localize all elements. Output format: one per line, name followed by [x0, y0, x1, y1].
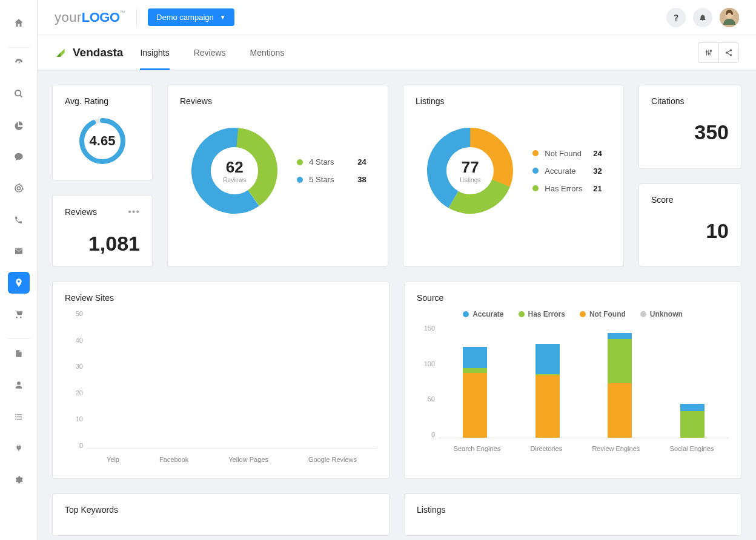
card-title: Score	[651, 195, 729, 205]
svg-point-13	[726, 51, 728, 54]
topbar: yourLOGO™ Demo campaign ▼ ?	[38, 0, 756, 35]
tab-mentions[interactable]: Mentions	[250, 35, 285, 70]
pie-chart-icon[interactable]	[8, 114, 30, 136]
reviews-value: 1,081	[65, 232, 140, 255]
tabs: Insights Reviews Mentions	[140, 35, 284, 70]
svg-line-1	[20, 95, 22, 97]
subheader: Vendasta Insights Reviews Mentions	[38, 35, 756, 70]
listings-legend: Not Found24 Accurate32 Has Errors21	[532, 149, 602, 193]
review-sites-chart: 50403020100YelpFacebookYellow PagesGoogl…	[65, 310, 377, 467]
card-title: Source	[417, 293, 729, 303]
settings-icon[interactable]	[8, 469, 30, 490]
card-source: Source AccurateHas ErrorsNot FoundUnknow…	[404, 282, 741, 479]
avatar[interactable]	[720, 8, 739, 27]
source-chart: 150100500Search EnginesDirectoriesReview…	[417, 324, 729, 456]
share-button[interactable]	[718, 42, 739, 63]
card-reviews-count: Reviews ••• 1,081	[52, 195, 153, 267]
reviews-donut: 62 Reviews	[189, 125, 280, 216]
card-title: Review Sites	[65, 293, 377, 303]
tab-insights[interactable]: Insights	[140, 35, 169, 70]
card-avg-rating: Avg. Rating 4.65	[52, 85, 153, 180]
phone-icon[interactable]	[8, 209, 30, 231]
brand-name: Vendasta	[73, 46, 123, 59]
plug-icon[interactable]	[8, 437, 30, 459]
avg-rating-gauge: 4.65	[77, 116, 128, 166]
card-title: Citations	[651, 96, 729, 106]
svg-point-14	[730, 54, 732, 56]
card-score: Score 10	[638, 183, 741, 268]
card-title: Avg. Rating	[65, 96, 140, 106]
card-listings: Listings	[404, 493, 741, 536]
bell-icon[interactable]	[693, 8, 712, 27]
card-listings-donut: Listings 77 Listings	[403, 85, 624, 267]
home-icon[interactable]	[8, 12, 30, 34]
card-review-sites: Review Sites 50403020100YelpFacebookYell…	[52, 282, 390, 479]
campaign-dropdown[interactable]: Demo campaign ▼	[148, 8, 234, 26]
card-citations: Citations 350	[638, 85, 741, 169]
location-icon[interactable]	[8, 272, 30, 294]
source-legend: AccurateHas ErrorsNot FoundUnknown	[417, 310, 729, 318]
citations-value: 350	[651, 120, 729, 144]
list-icon[interactable]	[8, 406, 30, 427]
caret-down-icon: ▼	[220, 14, 226, 21]
search-icon[interactable]	[8, 83, 30, 105]
more-icon[interactable]: •••	[128, 206, 140, 217]
chat-icon[interactable]	[8, 146, 30, 168]
sidebar-nav	[0, 0, 38, 540]
help-icon[interactable]: ?	[666, 8, 686, 27]
content: Avg. Rating 4.65	[38, 70, 756, 540]
mail-icon[interactable]	[8, 240, 30, 262]
file-icon[interactable]	[8, 343, 30, 364]
tab-reviews[interactable]: Reviews	[194, 35, 226, 70]
reviews-legend: 4 Stars24 5 Stars38	[297, 157, 366, 184]
logo: yourLOGO™	[55, 10, 125, 25]
svg-point-12	[730, 49, 732, 51]
svg-point-11	[710, 50, 711, 51]
dashboard-icon[interactable]	[8, 51, 30, 73]
card-reviews-donut: Reviews 62 Reviews	[167, 85, 388, 267]
target-icon[interactable]	[8, 177, 30, 199]
listings-donut: 77 Listings	[425, 125, 516, 216]
filter-button[interactable]	[698, 42, 718, 63]
brand-logo-icon	[55, 47, 67, 59]
cart-icon[interactable]	[8, 303, 30, 325]
svg-point-3	[17, 186, 20, 189]
svg-point-2	[15, 185, 22, 192]
svg-point-9	[706, 51, 707, 52]
card-title: Listings	[417, 505, 729, 515]
card-title: Listings	[416, 96, 611, 106]
card-title: Reviews •••	[65, 206, 140, 217]
svg-point-10	[708, 53, 709, 54]
card-title: Top Keywords	[65, 505, 377, 515]
card-top-keywords: Top Keywords	[52, 493, 390, 536]
svg-point-0	[15, 90, 21, 96]
user-icon[interactable]	[8, 374, 30, 396]
score-value: 10	[651, 219, 729, 243]
card-title: Reviews	[180, 96, 376, 106]
